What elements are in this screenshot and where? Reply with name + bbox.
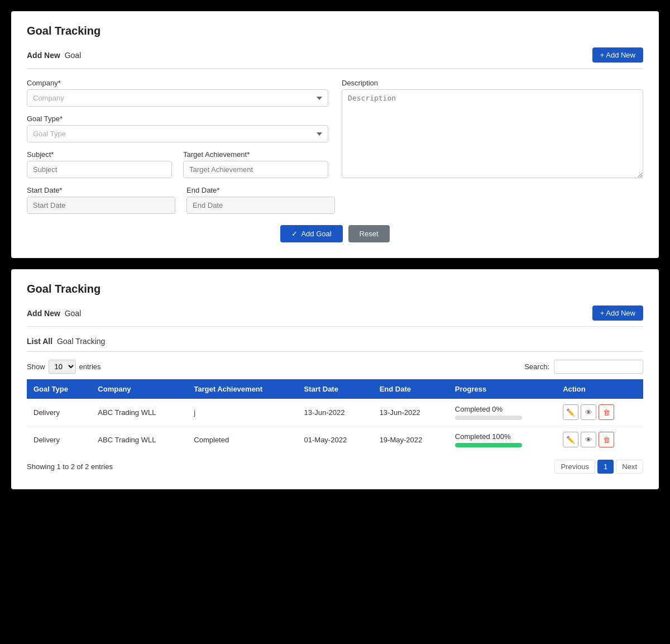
next-button[interactable]: Next [616, 460, 643, 474]
col-target-achievement: Target Achievement [187, 379, 297, 399]
view-button[interactable]: 👁 [581, 404, 596, 420]
cell-action: ✏️ 👁 🗑 [556, 426, 643, 454]
show-label: Show [27, 362, 45, 371]
target-achievement-input[interactable] [183, 161, 328, 178]
edit-button[interactable]: ✏️ [563, 404, 578, 420]
cell-progress: Completed 0% [448, 399, 556, 426]
progress-text: Completed 100% [455, 432, 549, 441]
entries-label: entries [79, 362, 101, 371]
col-start-date: Start Date [298, 379, 373, 399]
top-panel: Goal Tracking Add New Goal + Add New Com… [11, 11, 659, 258]
end-date-label: End Date* [186, 186, 335, 194]
cell-goal-type: Delivery [27, 399, 91, 426]
cell-company: ABC Trading WLL [91, 399, 187, 426]
search-box: Search: [524, 360, 643, 374]
end-date-group: End Date* [186, 186, 335, 214]
progress-bar-bg [455, 443, 522, 447]
show-entries-control: Show 10 entries [27, 360, 101, 374]
bottom-panel: Goal Tracking Add New Goal + Add New Lis… [11, 269, 659, 489]
col-goal-type: Goal Type [27, 379, 91, 399]
cell-end-date: 13-Jun-2022 [373, 399, 448, 426]
subject-target-row: Subject* Target Achievement* [27, 150, 328, 178]
progress-text: Completed 0% [455, 405, 549, 413]
search-label: Search: [524, 362, 549, 371]
table-footer: Showing 1 to 2 of 2 entries Previous 1 N… [27, 460, 643, 474]
progress-wrap: Completed 100% [455, 432, 549, 447]
bottom-section-header: Add New Goal + Add New [27, 306, 643, 327]
view-button[interactable]: 👁 [581, 432, 596, 447]
cell-target-achievement: Completed [187, 426, 297, 454]
end-date-input[interactable] [186, 197, 335, 214]
goal-type-select[interactable]: Goal Type [27, 125, 328, 142]
cell-progress: Completed 100% [448, 426, 556, 454]
description-textarea[interactable] [342, 89, 643, 178]
search-input[interactable] [554, 360, 643, 374]
progress-wrap: Completed 0% [455, 405, 549, 420]
reset-button[interactable]: Reset [348, 225, 390, 242]
col-end-date: End Date [373, 379, 448, 399]
add-goal-checkmark-icon: ✓ [291, 230, 298, 238]
form-right: Description [342, 79, 643, 178]
subject-input[interactable] [27, 161, 172, 178]
list-header-suffix: Goal Tracking [57, 337, 105, 346]
start-date-group: Start Date* [27, 186, 175, 214]
col-action: Action [556, 379, 643, 399]
form-layout: Company* Company Goal Type* Goal Type Su… [27, 79, 643, 178]
cell-company: ABC Trading WLL [91, 426, 187, 454]
goals-table: Goal Type Company Target Achievement Sta… [27, 379, 643, 453]
table-row: Delivery ABC Trading WLL j 13-Jun-2022 1… [27, 399, 643, 426]
action-buttons: ✏️ 👁 🗑 [563, 432, 636, 447]
target-achievement-label: Target Achievement* [183, 150, 328, 159]
entries-select[interactable]: 10 [49, 360, 76, 374]
goal-type-group: Goal Type* Goal Type [27, 115, 328, 142]
list-header-prefix: List All [27, 337, 52, 346]
table-controls: Show 10 entries Search: [27, 360, 643, 374]
delete-button[interactable]: 🗑 [599, 404, 614, 420]
progress-bar-fill [455, 443, 522, 447]
previous-button[interactable]: Previous [554, 460, 595, 474]
table-head: Goal Type Company Target Achievement Sta… [27, 379, 643, 399]
cell-target-achievement: j [187, 399, 297, 426]
date-row: Start Date* End Date* [27, 186, 335, 214]
subject-label: Subject* [27, 150, 172, 159]
company-select[interactable]: Company [27, 89, 328, 107]
bottom-panel-title: Goal Tracking [27, 283, 643, 295]
form-left: Company* Company Goal Type* Goal Type Su… [27, 79, 328, 178]
cell-goal-type: Delivery [27, 426, 91, 454]
start-date-input[interactable] [27, 197, 175, 214]
add-goal-button[interactable]: ✓ Add Goal [280, 225, 342, 242]
table-header-row: Goal Type Company Target Achievement Sta… [27, 379, 643, 399]
col-progress: Progress [448, 379, 556, 399]
bottom-add-new-label: Add New Goal [27, 309, 81, 318]
top-add-new-button[interactable]: + Add New [592, 47, 643, 63]
edit-button[interactable]: ✏️ [563, 432, 578, 447]
bottom-add-new-button[interactable]: + Add New [592, 306, 643, 321]
list-header: List All Goal Tracking [27, 337, 643, 352]
top-section-header: Add New Goal + Add New [27, 47, 643, 69]
bottom-add-new-prefix: Add New [27, 309, 60, 318]
top-add-new-prefix: Add New [27, 51, 60, 60]
cell-action: ✏️ 👁 🗑 [556, 399, 643, 426]
cell-start-date: 01-May-2022 [298, 426, 373, 454]
start-date-label: Start Date* [27, 186, 175, 194]
pagination: Previous 1 Next [554, 460, 643, 474]
add-goal-label: Add Goal [301, 230, 331, 238]
form-actions: ✓ Add Goal Reset [27, 225, 643, 242]
page-1-button[interactable]: 1 [597, 460, 614, 474]
company-label: Company* [27, 79, 328, 87]
goal-type-label: Goal Type* [27, 115, 328, 123]
progress-bar-bg [455, 416, 522, 420]
cell-end-date: 19-May-2022 [373, 426, 448, 454]
bottom-add-new-suffix: Goal [65, 309, 82, 318]
table-row: Delivery ABC Trading WLL Completed 01-Ma… [27, 426, 643, 454]
action-buttons: ✏️ 👁 🗑 [563, 404, 636, 420]
company-group: Company* Company [27, 79, 328, 107]
subject-group: Subject* [27, 150, 172, 178]
col-company: Company [91, 379, 187, 399]
top-add-new-label: Add New Goal [27, 51, 81, 60]
showing-text: Showing 1 to 2 of 2 entries [27, 462, 113, 471]
target-achievement-group: Target Achievement* [183, 150, 328, 178]
table-body: Delivery ABC Trading WLL j 13-Jun-2022 1… [27, 399, 643, 453]
delete-button[interactable]: 🗑 [599, 432, 614, 447]
top-add-new-suffix: Goal [65, 51, 82, 60]
